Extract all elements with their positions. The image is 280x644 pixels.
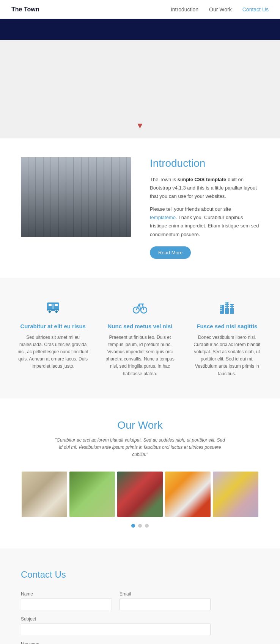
gallery-item-2[interactable] [69, 472, 115, 517]
svg-rect-23 [233, 305, 234, 306]
scroll-down-arrow[interactable]: ▼ [136, 121, 144, 131]
email-input[interactable] [120, 599, 211, 610]
hero-section: ▼ [0, 40, 280, 138]
intro-templatemo-link[interactable]: templatemo [150, 215, 176, 220]
read-more-button[interactable]: Read More [150, 246, 191, 259]
features-section: Curabitur at elit eu risus Sed ultrices … [0, 278, 280, 398]
intro-para1-prefix: The Town is [150, 177, 178, 182]
gallery-item-1[interactable] [22, 472, 67, 517]
nav-item-contactus[interactable]: Contact Us [242, 6, 269, 13]
gallery-item-4[interactable] [165, 472, 211, 517]
svg-point-4 [48, 310, 51, 313]
feature-item-2: Nunc sed metus vel nisi Praesent ut fini… [102, 299, 178, 378]
form-group-subject: Subject [21, 616, 211, 635]
gallery-image-1 [22, 472, 67, 517]
gallery-image-2 [69, 472, 115, 517]
svg-rect-22 [230, 305, 231, 306]
carousel-dot-2[interactable] [138, 524, 142, 528]
form-row-message: Message [21, 641, 211, 644]
svg-rect-21 [228, 307, 229, 308]
nav-link-contactus[interactable]: Contact Us [242, 6, 269, 13]
svg-point-5 [55, 310, 58, 313]
intro-para2-prefix: Please tell your friends about our site [150, 206, 231, 212]
carousel-dot-1[interactable] [131, 524, 135, 528]
intro-para2: Please tell your friends about our site … [150, 205, 259, 238]
svg-rect-1 [49, 304, 52, 306]
nav-link-ourwork[interactable]: Our Work [209, 6, 232, 13]
gallery-item-3[interactable] [117, 472, 163, 517]
svg-rect-6 [52, 304, 54, 309]
bicycle-icon [102, 299, 178, 318]
feature3-desc: Donec vestibulum libero nisi. Curabitur … [189, 334, 265, 378]
feature2-desc: Praesent ut finibus leo. Duis et tempus … [102, 334, 178, 378]
navbar-links: Introduction Our Work Contact Us [171, 6, 269, 13]
svg-rect-24 [230, 307, 231, 308]
feature-item-3: Fusce sed nisi sagittis Donec vestibulum… [189, 299, 265, 378]
name-input[interactable] [21, 599, 112, 610]
feature1-desc: Sed ultrices sit amet mi eu malesuada. C… [15, 334, 91, 370]
svg-rect-15 [220, 310, 222, 311]
nav-link-introduction[interactable]: Introduction [171, 6, 198, 13]
carousel-dots [15, 524, 265, 528]
gallery-image-4 [165, 472, 211, 517]
gallery [15, 472, 265, 517]
gallery-image-3 [117, 472, 163, 517]
buildings-icon [189, 299, 265, 318]
navbar: The Town Introduction Our Work Contact U… [0, 0, 280, 19]
svg-rect-18 [225, 305, 227, 306]
dark-band [0, 19, 280, 40]
svg-rect-2 [55, 304, 58, 306]
svg-rect-19 [228, 305, 229, 306]
svg-point-8 [141, 307, 147, 313]
intro-image [21, 157, 131, 237]
contact-section: Contact Us Name Email Subject Message [0, 548, 280, 644]
svg-rect-14 [220, 308, 222, 309]
intro-text: Introduction The Town is simple CSS temp… [150, 157, 259, 259]
intro-title: Introduction [150, 157, 259, 169]
name-label: Name [21, 591, 112, 597]
feature3-title: Fusce sed nisi sagittis [189, 323, 265, 329]
bus-icon [15, 299, 91, 318]
svg-rect-20 [225, 307, 227, 308]
form-group-name: Name [21, 591, 112, 610]
form-row-subject: Subject [21, 616, 211, 635]
contact-form: Name Email Subject Message Submit [21, 591, 211, 644]
feature2-title: Nunc sed metus vel nisi [102, 323, 178, 329]
svg-rect-16 [225, 302, 227, 304]
intro-image-inner [21, 157, 131, 237]
form-group-email: Email [120, 591, 211, 610]
carousel-dot-3[interactable] [145, 524, 149, 528]
contact-title: Contact Us [21, 569, 259, 580]
ourwork-section: Our Work "Curabitur ac orci ac lorem bla… [0, 398, 280, 549]
svg-rect-17 [228, 302, 229, 304]
nav-item-ourwork[interactable]: Our Work [209, 6, 232, 13]
intro-para1-bold: simple CSS template [178, 177, 227, 182]
nav-item-introduction[interactable]: Introduction [171, 6, 198, 13]
ourwork-title: Our Work [15, 419, 265, 431]
subject-input[interactable] [21, 624, 211, 635]
feature-item-1: Curabitur at elit eu risus Sed ultrices … [15, 299, 91, 378]
svg-rect-25 [233, 307, 234, 308]
subject-label: Subject [21, 616, 211, 622]
intro-section: Introduction The Town is simple CSS temp… [0, 138, 280, 278]
gallery-item-5[interactable] [213, 472, 258, 517]
intro-para1: The Town is simple CSS template built on… [150, 175, 259, 201]
svg-rect-13 [220, 306, 222, 307]
navbar-brand: The Town [11, 6, 39, 13]
email-label: Email [120, 591, 211, 597]
message-label: Message [21, 641, 211, 644]
gallery-image-5 [213, 472, 258, 517]
feature1-title: Curabitur at elit eu risus [15, 323, 91, 329]
form-group-message: Message [21, 641, 211, 644]
form-row-name-email: Name Email [21, 591, 211, 610]
ourwork-subtitle: "Curabitur ac orci ac lorem blandit volu… [55, 437, 225, 459]
